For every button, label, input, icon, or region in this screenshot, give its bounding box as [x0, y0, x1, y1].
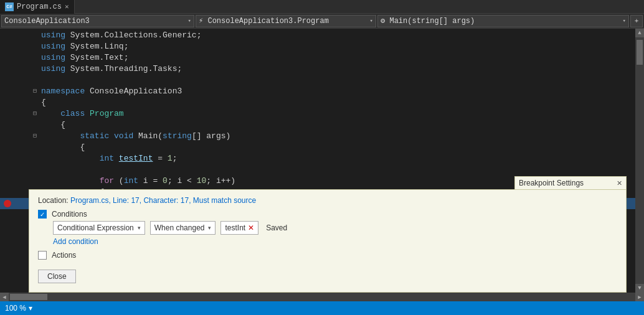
csharp-icon: C# — [5, 2, 14, 11]
code-line: ⊟ namespace ConsoleApplication3 — [0, 86, 635, 97]
condition-remove-button[interactable]: ✕ — [248, 223, 254, 232]
condition-saved-label: Saved — [266, 223, 287, 232]
scroll-down-button[interactable]: ▼ — [635, 284, 644, 293]
code-line: { — [0, 142, 635, 153]
breakpoint-settings-title: Breakpoint Settings — [519, 179, 584, 187]
navigation-bar: ConsoleApplication3 ▾ ⚡ ConsoleApplicati… — [0, 14, 644, 29]
code-line: ⊟ class Program — [0, 108, 635, 120]
tab-close-button[interactable]: ✕ — [65, 2, 69, 11]
vertical-scrollbar[interactable]: ▲ ▼ — [635, 29, 644, 293]
class-dropdown[interactable]: ⚡ ConsoleApplication3.Program ▾ — [196, 15, 376, 27]
nav-add-button[interactable]: + — [630, 15, 643, 27]
code-content: using System.Threading.Tasks; — [39, 63, 635, 75]
editor-container: using System.Collections.Generic; using … — [0, 29, 644, 293]
method-dropdown[interactable]: ⚙ Main(string[] args) ▾ — [377, 15, 629, 27]
close-button[interactable]: Close — [38, 270, 76, 283]
namespace-caret-icon: ▾ — [188, 17, 191, 24]
horizontal-scrollbar[interactable] — [9, 293, 635, 301]
condition-type-dropdown[interactable]: Conditional Expression ▾ — [53, 221, 145, 235]
code-line — [0, 164, 635, 176]
code-line: { — [0, 120, 635, 131]
namespace-dropdown[interactable]: ConsoleApplication3 ▾ — [1, 15, 194, 27]
actions-section: Actions — [38, 251, 617, 260]
scroll-right-button[interactable]: ▶ — [635, 293, 644, 301]
zoom-label: 100 % — [5, 304, 26, 313]
condition-type-label: Conditional Expression — [57, 223, 134, 232]
actions-row: Actions — [38, 251, 617, 260]
code-content: { — [39, 97, 635, 108]
tab-filename: Program.cs — [17, 2, 62, 11]
class-label: ⚡ ConsoleApplication3.Program — [199, 16, 329, 26]
breakpoint-settings-header: Breakpoint Settings ✕ — [514, 176, 627, 189]
code-content: using System.Text; — [39, 52, 635, 63]
status-bar: 100 % ▾ — [0, 301, 644, 315]
collapse-btn — [31, 77, 39, 84]
zoom-caret-icon[interactable]: ▾ — [29, 304, 32, 313]
collapse-btn — [31, 99, 39, 106]
code-line: ⊟ static void Main(string[] args) — [0, 131, 635, 142]
collapse-btn — [31, 65, 39, 73]
code-content: class Program — [39, 108, 635, 120]
code-content: using System.Collections.Generic; — [39, 30, 635, 41]
collapse-btn — [31, 144, 39, 151]
actions-label: Actions — [52, 251, 76, 260]
actions-checkbox[interactable] — [38, 251, 47, 260]
condition-when-dropdown[interactable]: When changed ▾ — [150, 221, 216, 235]
location-value-link[interactable]: Program.cs, Line: 17, Character: 17, Mus… — [70, 196, 256, 205]
collapse-btn — [31, 166, 39, 174]
condition-value[interactable]: testInt — [225, 223, 245, 232]
collapse-btn — [31, 32, 39, 39]
collapse-btn[interactable]: ⊟ — [31, 110, 39, 118]
close-button-row: Close — [38, 265, 617, 283]
namespace-label: ConsoleApplication3 — [4, 17, 90, 26]
condition-expression-row: Conditional Expression ▾ When changed ▾ … — [53, 221, 617, 235]
code-content: static void Main(string[] args) — [39, 131, 635, 142]
conditions-checkbox[interactable] — [38, 210, 47, 219]
breakpoint-zone — [2, 200, 12, 207]
scroll-up-button[interactable]: ▲ — [635, 29, 644, 37]
code-line: using System.Threading.Tasks; — [0, 63, 635, 75]
code-content — [39, 164, 635, 176]
breakpoint-indicator — [4, 200, 11, 207]
collapse-btn[interactable]: ⊟ — [31, 133, 39, 140]
add-condition-row: Add condition — [53, 237, 617, 246]
breakpoint-settings-body: Location: Program.cs, Line: 17, Characte… — [29, 189, 627, 293]
code-content: namespace ConsoleApplication3 — [39, 86, 635, 97]
tab-bar: C# Program.cs ✕ — [0, 0, 644, 14]
breakpoint-settings-panel: Breakpoint Settings ✕ Location: Program.… — [29, 176, 627, 293]
code-line: using System.Collections.Generic; — [0, 30, 635, 41]
code-content: { — [39, 142, 635, 153]
collapse-btn — [31, 54, 39, 62]
nav-add-icon: + — [635, 17, 639, 25]
code-line: using System.Text; — [0, 52, 635, 63]
method-label: ⚙ Main(string[] args) — [381, 16, 475, 26]
collapse-btn — [31, 121, 39, 129]
code-content — [39, 75, 635, 86]
conditions-label: Conditions — [52, 210, 87, 219]
program-tab[interactable]: C# Program.cs ✕ — [0, 0, 75, 14]
conditions-row: Conditions — [38, 210, 617, 219]
h-scroll-thumb[interactable] — [10, 294, 47, 300]
class-caret-icon: ▾ — [370, 17, 373, 24]
code-line: using System.Linq; — [0, 41, 635, 52]
collapse-btn — [31, 43, 39, 50]
add-condition-button[interactable]: Add condition — [53, 237, 98, 246]
editor-main: using System.Collections.Generic; using … — [0, 29, 635, 293]
bottom-scrollbar-bar: ◀ ▶ — [0, 293, 644, 301]
collapse-btn — [31, 155, 39, 162]
scroll-left-button[interactable]: ◀ — [0, 293, 9, 301]
collapse-btn[interactable]: ⊟ — [31, 88, 39, 95]
condition-value-field: testInt ✕ — [220, 221, 258, 235]
code-line: { — [0, 97, 635, 108]
code-line — [0, 75, 635, 86]
condition-when-caret-icon: ▾ — [208, 225, 211, 231]
condition-type-caret-icon: ▾ — [138, 225, 141, 231]
conditions-section: Conditions Conditional Expression ▾ When… — [38, 210, 617, 246]
breakpoint-settings-close-button[interactable]: ✕ — [617, 179, 622, 187]
code-line: int testInt = 1; — [0, 153, 635, 164]
condition-when-label: When changed — [154, 223, 205, 232]
code-content: using System.Linq; — [39, 41, 635, 52]
code-content: int testInt = 1; — [39, 153, 635, 164]
scroll-thumb[interactable] — [637, 40, 643, 65]
breakpoint-location: Location: Program.cs, Line: 17, Characte… — [38, 196, 617, 205]
